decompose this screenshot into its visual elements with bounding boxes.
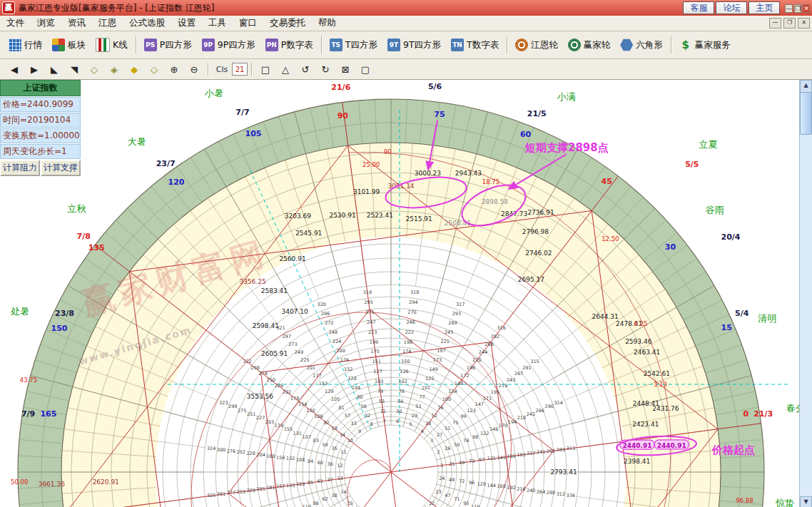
svg-text:30: 30 bbox=[396, 409, 402, 414]
menu-item-9[interactable]: 交易委托 bbox=[263, 16, 312, 29]
rotate-right-tool-button[interactable]: ↻ bbox=[315, 61, 335, 78]
hexagon-button[interactable]: 六角形 bbox=[615, 36, 668, 54]
scroll-thumb[interactable] bbox=[800, 92, 812, 135]
svg-text:29: 29 bbox=[412, 413, 417, 419]
svg-text:惊蛰: 惊蛰 bbox=[775, 498, 794, 507]
close-button[interactable]: ✕ bbox=[803, 4, 810, 13]
kline-button[interactable]: K线 bbox=[91, 35, 133, 55]
svg-text:268: 268 bbox=[484, 342, 493, 347]
maximize-button[interactable]: ❐ bbox=[794, 4, 801, 13]
svg-text:266: 266 bbox=[536, 408, 544, 414]
menu-item-8[interactable]: 窗口 bbox=[233, 16, 263, 29]
zoom-out-tool-button[interactable]: ⊖ bbox=[184, 61, 204, 78]
market-quotes-button[interactable]: 行情 bbox=[4, 36, 47, 54]
9t-square-button[interactable]: 9T9T四方形 bbox=[382, 36, 446, 54]
svg-text:37: 37 bbox=[328, 477, 333, 483]
svg-text:319: 319 bbox=[363, 290, 372, 295]
svg-text:2440.91: 2440.91 bbox=[623, 442, 652, 449]
mdi-minimize-button[interactable]: — bbox=[769, 18, 781, 29]
svg-text:288: 288 bbox=[547, 490, 555, 496]
9t-square-icon: 9T bbox=[387, 39, 400, 51]
mdi-restore-button[interactable]: ❐ bbox=[783, 18, 796, 29]
diamond-filled-tool-button[interactable]: ◆ bbox=[124, 61, 144, 78]
back-tool-button[interactable]: ◀ bbox=[4, 61, 24, 78]
svg-text:75: 75 bbox=[452, 420, 458, 426]
marker-up-tool-button[interactable]: ◥ bbox=[64, 61, 84, 78]
svg-text:11: 11 bbox=[340, 449, 346, 455]
svg-text:243: 243 bbox=[507, 377, 515, 383]
svg-text:227: 227 bbox=[256, 415, 265, 421]
svg-text:9: 9 bbox=[358, 429, 361, 434]
forum-button[interactable]: 论坛 bbox=[716, 1, 747, 14]
9p-square-button[interactable]: 9P9P四方形 bbox=[197, 36, 260, 54]
forward-tool-button[interactable]: ▶ bbox=[24, 61, 44, 78]
winner-wheel-button[interactable]: 赢家轮 bbox=[563, 36, 616, 54]
customer-service-button[interactable]: 客服 bbox=[683, 1, 714, 14]
diamond-inner-tool-button[interactable]: ◈ bbox=[104, 61, 124, 78]
toolbar-separator bbox=[136, 36, 136, 53]
svg-text:148: 148 bbox=[455, 381, 463, 386]
calc-support-button[interactable]: 计算支撑 bbox=[41, 160, 81, 176]
diamond-outline-2-tool-button[interactable]: ◇ bbox=[144, 61, 164, 78]
menu-item-5[interactable]: 公式选股 bbox=[123, 16, 171, 29]
svg-text:221: 221 bbox=[441, 339, 450, 344]
sectors-button[interactable]: 板块 bbox=[47, 36, 91, 54]
svg-text:21/5: 21/5 bbox=[527, 109, 547, 118]
calc-resistance-button[interactable]: 计算阻力 bbox=[0, 160, 40, 176]
menu-item-2[interactable]: 浏览 bbox=[31, 16, 61, 29]
svg-text:315: 315 bbox=[530, 359, 539, 364]
menu-item-4[interactable]: 江恩 bbox=[92, 16, 123, 29]
scroll-up-button[interactable]: ▲ bbox=[800, 80, 812, 93]
svg-text:125: 125 bbox=[425, 376, 434, 381]
t-square-button[interactable]: TST四方形 bbox=[325, 36, 382, 54]
cls-tool-button[interactable]: Cls bbox=[212, 61, 232, 78]
svg-text:195: 195 bbox=[491, 389, 499, 395]
svg-text:72: 72 bbox=[459, 478, 465, 484]
svg-text:290: 290 bbox=[545, 404, 554, 409]
winner-service-icon: $ bbox=[679, 39, 692, 51]
svg-text:31: 31 bbox=[380, 409, 386, 414]
menu-item-10[interactable]: 帮助 bbox=[312, 16, 342, 29]
svg-text:75: 75 bbox=[434, 110, 445, 119]
svg-text:180: 180 bbox=[266, 454, 275, 459]
minimize-button[interactable]: — bbox=[785, 4, 793, 13]
svg-text:清明: 清明 bbox=[758, 313, 776, 324]
svg-text:264: 264 bbox=[537, 489, 545, 495]
dashed-box-tool-button[interactable]: ▢ bbox=[355, 61, 375, 78]
svg-text:120: 120 bbox=[168, 178, 185, 187]
svg-text:38: 38 bbox=[331, 493, 337, 498]
svg-text:81: 81 bbox=[338, 405, 344, 411]
rect-tool-tool-button[interactable]: □ bbox=[255, 61, 275, 78]
svg-text:2515.91: 2515.91 bbox=[406, 215, 432, 222]
mdi-close-button[interactable]: ✕ bbox=[798, 18, 810, 29]
home-button[interactable]: 主页 bbox=[748, 1, 780, 14]
drawing-toolbar: ◀▶◣◥◇◈◆◇⊕⊖Cls21□△↺↻⊠▢ bbox=[0, 59, 812, 80]
cycle-step: 周天变化步长=1 bbox=[0, 144, 81, 159]
menu-item-7[interactable]: 工具 bbox=[202, 16, 233, 29]
triangle-tool-tool-button[interactable]: △ bbox=[275, 61, 295, 78]
menu-item-6[interactable]: 设置 bbox=[171, 16, 202, 29]
rotate-left-tool-button[interactable]: ↺ bbox=[295, 61, 315, 78]
svg-text:181: 181 bbox=[266, 485, 275, 491]
p-number-table-button[interactable]: PNP数字表 bbox=[260, 36, 318, 54]
scroll-down-button[interactable]: ▼ bbox=[800, 496, 812, 507]
diamond-outline-tool-button[interactable]: ◇ bbox=[84, 61, 104, 78]
9p-square-label: 9P四方形 bbox=[218, 39, 255, 51]
close-box-tool-button[interactable]: ⊠ bbox=[335, 61, 355, 78]
zoom-in-tool-button[interactable]: ⊕ bbox=[164, 61, 184, 78]
marker-down-tool-button[interactable]: ◣ bbox=[44, 61, 64, 78]
gann-wheel-button[interactable]: 江恩轮 bbox=[510, 36, 563, 54]
p-square-button[interactable]: PSP四方形 bbox=[139, 36, 197, 54]
svg-text:199: 199 bbox=[370, 339, 378, 345]
svg-text:271: 271 bbox=[365, 309, 374, 315]
winner-service-button[interactable]: $赢家服务 bbox=[674, 36, 736, 54]
price-value: 价格=2440.9099 bbox=[0, 97, 81, 112]
svg-text:96: 96 bbox=[469, 480, 474, 486]
t-number-table-button[interactable]: TNT数字表 bbox=[446, 36, 504, 54]
vertical-scrollbar[interactable]: ▲ ▼ bbox=[799, 80, 812, 507]
menu-item-1[interactable]: 文件 bbox=[0, 16, 31, 29]
svg-text:20/4: 20/4 bbox=[721, 232, 741, 242]
calendar-21-tool-button[interactable]: 21 bbox=[232, 63, 248, 76]
menu-item-3[interactable]: 资讯 bbox=[61, 16, 92, 29]
svg-text:13: 13 bbox=[337, 476, 342, 481]
